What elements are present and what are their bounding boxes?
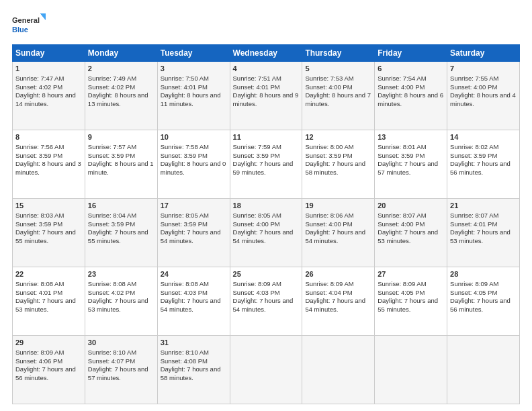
calendar-cell: 30Sunrise: 8:10 AMSunset: 4:07 PMDayligh… (85, 336, 157, 404)
logo-svg: General Blue (12, 12, 46, 38)
calendar-cell: 9Sunrise: 7:57 AMSunset: 3:59 PMDaylight… (85, 130, 157, 199)
daylight-text: Daylight: 7 hours and 54 minutes. (233, 228, 294, 244)
sunset-text: Sunset: 3:59 PM (378, 152, 425, 159)
daylight-text: Daylight: 7 hours and 53 minutes. (450, 228, 511, 244)
calendar-header: SundayMondayTuesdayWednesdayThursdayFrid… (13, 45, 520, 62)
daylight-text: Daylight: 7 hours and 53 minutes. (88, 297, 148, 313)
sunrise-text: Sunrise: 8:05 AM (161, 212, 209, 219)
week-row-1: 1Sunrise: 7:47 AMSunset: 4:02 PMDaylight… (13, 62, 520, 130)
sunset-text: Sunset: 4:03 PM (233, 289, 280, 296)
sunrise-text: Sunrise: 8:06 AM (305, 212, 353, 219)
daylight-text: Daylight: 8 hours and 3 minutes. (15, 160, 81, 176)
svg-marker-3 (40, 13, 46, 20)
sunrise-text: Sunrise: 8:08 AM (161, 280, 209, 287)
sunset-text: Sunset: 3:59 PM (450, 152, 497, 159)
calendar-cell: 6Sunrise: 7:54 AMSunset: 4:00 PMDaylight… (375, 62, 447, 130)
sunset-text: Sunset: 4:01 PM (450, 220, 497, 228)
day-number: 18 (233, 201, 300, 211)
calendar-cell: 24Sunrise: 8:08 AMSunset: 4:03 PMDayligh… (157, 267, 230, 336)
daylight-text: Daylight: 7 hours and 56 minutes. (450, 160, 511, 176)
sunset-text: Sunset: 4:05 PM (450, 289, 497, 296)
daylight-text: Daylight: 8 hours and 6 minutes. (378, 91, 443, 107)
svg-text:General: General (12, 16, 40, 24)
day-header-thursday: Thursday (302, 45, 375, 62)
sunset-text: Sunset: 4:00 PM (378, 220, 425, 228)
day-number: 14 (450, 132, 517, 142)
daylight-text: Daylight: 7 hours and 56 minutes. (15, 365, 76, 381)
sunset-text: Sunset: 4:02 PM (88, 83, 135, 91)
calendar-body: 1Sunrise: 7:47 AMSunset: 4:02 PMDaylight… (13, 62, 520, 404)
day-number: 8 (15, 132, 82, 142)
day-number: 7 (450, 64, 517, 74)
calendar-cell: 18Sunrise: 8:05 AMSunset: 4:00 PMDayligh… (230, 199, 302, 267)
day-number: 12 (305, 132, 371, 142)
calendar-table: SundayMondayTuesdayWednesdayThursdayFrid… (12, 44, 520, 404)
sunrise-text: Sunrise: 7:54 AM (378, 75, 426, 82)
sunrise-text: Sunrise: 8:01 AM (378, 143, 426, 150)
sunrise-text: Sunrise: 8:04 AM (88, 212, 136, 219)
day-number: 19 (305, 201, 371, 211)
day-number: 26 (305, 269, 371, 279)
daylight-text: Daylight: 7 hours and 54 minutes. (161, 297, 221, 313)
logo: General Blue (12, 12, 46, 38)
calendar-cell: 29Sunrise: 8:09 AMSunset: 4:06 PMDayligh… (13, 336, 85, 404)
daylight-text: Daylight: 7 hours and 58 minutes. (161, 365, 221, 381)
day-number: 22 (15, 269, 82, 279)
page: General Blue SundayMondayTuesdayWednesda… (0, 0, 532, 411)
day-number: 15 (15, 201, 82, 211)
calendar-cell: 12Sunrise: 8:00 AMSunset: 3:59 PMDayligh… (302, 130, 375, 199)
calendar-cell (230, 336, 302, 404)
days-of-week-row: SundayMondayTuesdayWednesdayThursdayFrid… (13, 45, 520, 62)
sunset-text: Sunset: 4:08 PM (161, 357, 208, 365)
daylight-text: Daylight: 7 hours and 54 minutes. (305, 228, 365, 244)
calendar-cell: 11Sunrise: 7:59 AMSunset: 3:59 PMDayligh… (230, 130, 302, 199)
day-header-saturday: Saturday (447, 45, 520, 62)
day-number: 16 (88, 201, 154, 211)
sunset-text: Sunset: 4:05 PM (378, 289, 425, 296)
daylight-text: Daylight: 7 hours and 53 minutes. (15, 297, 76, 313)
sunrise-text: Sunrise: 8:10 AM (161, 349, 209, 356)
sunrise-text: Sunrise: 7:57 AM (88, 143, 136, 150)
calendar-cell (302, 336, 375, 404)
daylight-text: Daylight: 8 hours and 4 minutes. (450, 91, 516, 107)
calendar-cell (375, 336, 447, 404)
day-header-friday: Friday (375, 45, 447, 62)
daylight-text: Daylight: 7 hours and 54 minutes. (305, 297, 365, 313)
calendar-cell: 4Sunrise: 7:51 AMSunset: 4:01 PMDaylight… (230, 62, 302, 130)
sunrise-text: Sunrise: 8:10 AM (88, 349, 136, 356)
calendar-cell (447, 336, 520, 404)
calendar-cell: 8Sunrise: 7:56 AMSunset: 3:59 PMDaylight… (13, 130, 85, 199)
sunrise-text: Sunrise: 8:02 AM (450, 143, 498, 150)
sunset-text: Sunset: 3:59 PM (15, 220, 62, 228)
calendar-cell: 5Sunrise: 7:53 AMSunset: 4:00 PMDaylight… (302, 62, 375, 130)
daylight-text: Daylight: 7 hours and 56 minutes. (450, 297, 511, 313)
sunrise-text: Sunrise: 8:07 AM (450, 212, 498, 219)
sunrise-text: Sunrise: 7:53 AM (305, 75, 353, 82)
sunset-text: Sunset: 4:04 PM (305, 289, 352, 296)
calendar-cell: 3Sunrise: 7:50 AMSunset: 4:01 PMDaylight… (157, 62, 230, 130)
sunrise-text: Sunrise: 8:08 AM (15, 280, 64, 287)
day-number: 3 (161, 64, 227, 74)
sunset-text: Sunset: 4:02 PM (88, 289, 135, 296)
day-number: 25 (233, 269, 300, 279)
day-number: 10 (161, 132, 227, 142)
daylight-text: Daylight: 7 hours and 55 minutes. (378, 297, 438, 313)
daylight-text: Daylight: 7 hours and 57 minutes. (378, 160, 438, 176)
day-number: 29 (15, 338, 82, 348)
sunset-text: Sunset: 3:59 PM (305, 152, 352, 159)
calendar-cell: 21Sunrise: 8:07 AMSunset: 4:01 PMDayligh… (447, 199, 520, 267)
sunset-text: Sunset: 4:01 PM (161, 83, 208, 91)
daylight-text: Daylight: 7 hours and 55 minutes. (15, 228, 76, 244)
day-number: 2 (88, 64, 154, 74)
sunrise-text: Sunrise: 8:05 AM (233, 212, 281, 219)
daylight-text: Daylight: 7 hours and 54 minutes. (233, 297, 294, 313)
daylight-text: Daylight: 7 hours and 55 minutes. (88, 228, 148, 244)
daylight-text: Daylight: 8 hours and 7 minutes. (305, 91, 371, 107)
day-number: 9 (88, 132, 154, 142)
day-number: 24 (161, 269, 227, 279)
calendar-cell: 17Sunrise: 8:05 AMSunset: 3:59 PMDayligh… (157, 199, 230, 267)
calendar-cell: 13Sunrise: 8:01 AMSunset: 3:59 PMDayligh… (375, 130, 447, 199)
day-number: 31 (161, 338, 227, 348)
sunrise-text: Sunrise: 7:50 AM (161, 75, 209, 82)
sunset-text: Sunset: 3:59 PM (88, 220, 135, 228)
